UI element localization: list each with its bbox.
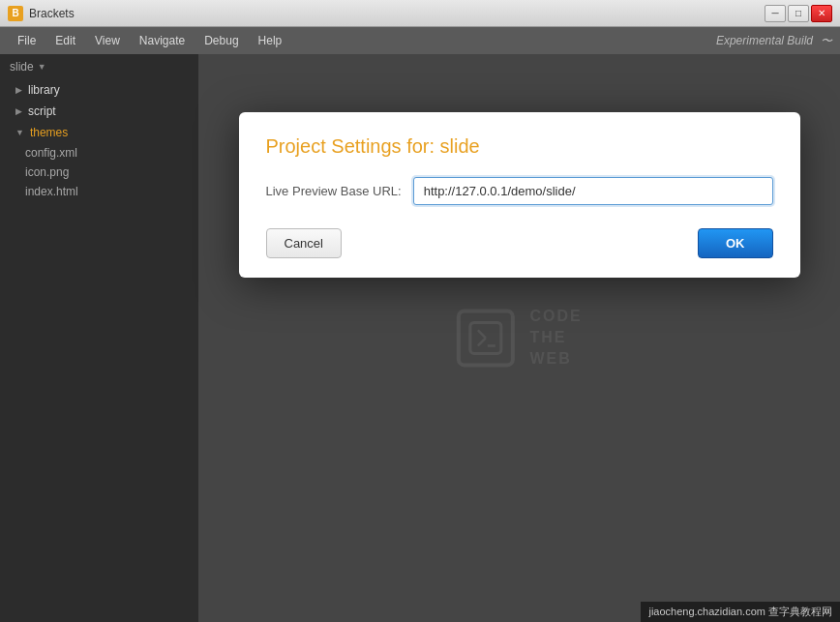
project-name: slide xyxy=(10,60,34,74)
url-row: Live Preview Base URL: xyxy=(266,177,773,205)
close-button[interactable]: ✕ xyxy=(811,5,832,22)
sidebar-item-label: themes xyxy=(30,126,68,139)
project-settings-dialog: Project Settings for: slide Live Preview… xyxy=(239,112,800,278)
title-bar-left: B Brackets xyxy=(8,6,75,21)
dialog-title: Project Settings for: slide xyxy=(266,135,773,158)
minimize-button[interactable]: ─ xyxy=(765,5,786,22)
project-root[interactable]: slide ▼ xyxy=(0,54,198,79)
signal-icon: 〜 xyxy=(821,33,832,49)
menu-bar: File Edit View Navigate Debug Help Exper… xyxy=(0,27,840,54)
sidebar-item-script[interactable]: ▶ script xyxy=(0,101,198,122)
menu-help[interactable]: Help xyxy=(249,30,292,51)
menu-file[interactable]: File xyxy=(8,30,45,51)
sidebar: slide ▼ ▶ library ▶ script ▼ themes conf… xyxy=(0,54,198,622)
sidebar-item-config[interactable]: config.xml xyxy=(0,143,198,163)
menu-debug[interactable]: Debug xyxy=(195,30,248,51)
project-arrow-icon: ▼ xyxy=(38,62,46,72)
live-preview-url-input[interactable] xyxy=(413,177,773,205)
window-controls: ─ □ ✕ xyxy=(765,5,832,22)
content-area: CODE THE WEB Project Settings for: slide… xyxy=(198,54,840,622)
sidebar-item-label: script xyxy=(28,104,56,118)
sidebar-item-label: library xyxy=(28,83,60,97)
ok-button[interactable]: OK xyxy=(698,228,773,258)
app-icon: B xyxy=(8,6,23,21)
menu-view[interactable]: View xyxy=(85,30,130,51)
sidebar-item-themes[interactable]: ▼ themes xyxy=(0,122,198,143)
experimental-build-label: Experimental Build xyxy=(716,34,813,47)
menu-navigate[interactable]: Navigate xyxy=(130,30,195,51)
title-bar: B Brackets ─ □ ✕ xyxy=(0,0,840,27)
sidebar-item-icon[interactable]: icon.png xyxy=(0,163,198,182)
url-label: Live Preview Base URL: xyxy=(266,184,402,198)
folder-tri-icon: ▶ xyxy=(15,106,22,116)
sidebar-item-library[interactable]: ▶ library xyxy=(0,79,198,101)
app-title: Brackets xyxy=(29,7,75,20)
watermark: jiaocheng.chazidian.com 查字典教程网 xyxy=(641,602,840,622)
menu-edit[interactable]: Edit xyxy=(45,30,85,51)
maximize-button[interactable]: □ xyxy=(788,5,809,22)
menu-items: File Edit View Navigate Debug Help xyxy=(8,30,291,51)
cancel-button[interactable]: Cancel xyxy=(266,228,342,258)
folder-tri-icon: ▼ xyxy=(15,128,24,137)
sidebar-item-index[interactable]: index.html xyxy=(0,182,198,201)
main-layout: slide ▼ ▶ library ▶ script ▼ themes conf… xyxy=(0,54,840,622)
folder-tri-icon: ▶ xyxy=(15,85,22,95)
dialog-footer: Cancel OK xyxy=(266,228,773,258)
menu-right: Experimental Build 〜 xyxy=(716,33,832,49)
dialog-overlay: Project Settings for: slide Live Preview… xyxy=(198,54,840,622)
